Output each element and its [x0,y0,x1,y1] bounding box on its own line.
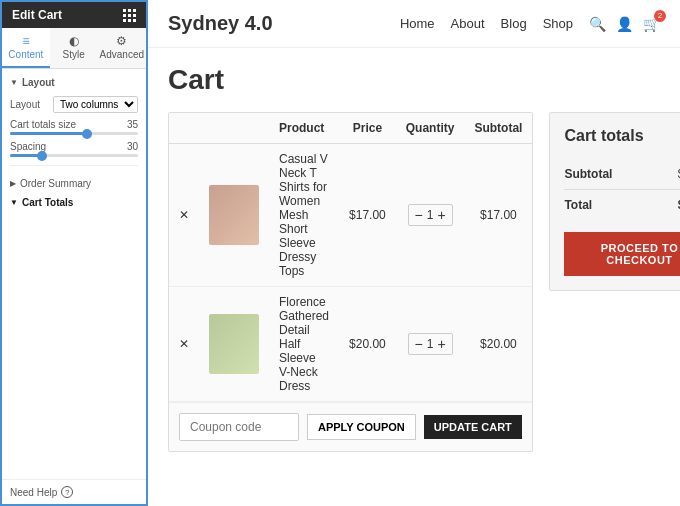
remove-button-2[interactable]: ✕ [179,337,189,351]
qty-control-2: − 1 + [408,333,453,355]
cart-totals-panel: Cart totals Subtotal $37.00 Total $37.00… [549,112,680,291]
remove-cell-2: ✕ [169,287,199,402]
qty-plus-1[interactable]: + [437,207,445,223]
qty-value-1: 1 [427,208,434,222]
qty-cell-1: − 1 + [396,144,465,287]
divider-1 [10,165,138,166]
col-subtotal: Subtotal [464,113,532,144]
page-title: Cart [168,64,660,96]
product-image-2 [209,314,259,374]
subtotal-1: $17.00 [480,208,517,222]
price-cell-1: $17.00 [339,144,396,287]
layout-select[interactable]: Two columns [53,96,138,113]
spacing-track[interactable] [10,154,138,157]
main-content: Sydney 4.0 Home About Blog Shop 🔍 👤 🛒 2 … [148,0,680,506]
qty-plus-2[interactable]: + [437,336,445,352]
product-name-cell-1: Casual V Neck T Shirts for Women Mesh Sh… [269,144,339,287]
cart-totals-size-label: Cart totals size [10,119,76,130]
table-row: ✕ Florence Gathered Detail Half Sleeve V… [169,287,532,402]
page-content: Cart Product Price Quantity Subtotal [148,48,680,468]
update-cart-button[interactable]: UPDATE CART [424,415,522,439]
cart-totals-item[interactable]: ▼ Cart Totals [10,193,138,212]
help-circle-icon[interactable]: ? [61,486,73,498]
col-quantity: Quantity [396,113,465,144]
price-cell-2: $20.00 [339,287,396,402]
cart-totals-title: Cart totals [564,127,680,145]
grid-icon[interactable] [123,9,136,22]
nav-icons: 🔍 👤 🛒 2 [589,16,660,32]
spacing-slider-row: Spacing 30 [10,141,138,157]
apply-coupon-button[interactable]: APPLY COUPON [307,414,416,440]
subtotal-cell-2: $20.00 [464,287,532,402]
cart-totals-size-thumb[interactable] [82,129,92,139]
remove-cell-1: ✕ [169,144,199,287]
img-cell-1 [199,144,269,287]
subtotal-label: Subtotal [564,167,612,181]
col-product: Product [269,113,339,144]
tab-advanced[interactable]: ⚙ Advanced [98,28,146,68]
qty-value-2: 1 [427,337,434,351]
order-summary-item[interactable]: ▶ Order Summary [10,174,138,193]
total-label: Total [564,198,592,212]
cart-totals-size-value: 35 [127,119,138,130]
layout-field-row: Layout Two columns [10,96,138,113]
nav-blog[interactable]: Blog [501,16,527,31]
cart-totals-bullet-icon: ▼ [10,198,18,207]
col-remove [169,113,199,144]
cart-icon[interactable]: 🛒 2 [643,16,660,32]
site-nav: Home About Blog Shop 🔍 👤 🛒 2 [400,16,660,32]
checkout-button[interactable]: PROCEED TO CHECKOUT [564,232,680,276]
product-name-1[interactable]: Casual V Neck T Shirts for Women Mesh Sh… [279,152,328,278]
total-row: Total $37.00 [564,190,680,220]
user-icon[interactable]: 👤 [616,16,633,32]
cart-actions: APPLY COUPON UPDATE CART [169,402,532,451]
cart-totals-size-track[interactable] [10,132,138,135]
spacing-value: 30 [127,141,138,152]
site-title: Sydney 4.0 [168,12,273,35]
need-help-section[interactable]: Need Help ? [2,479,146,504]
panel-title: Edit Cart [12,8,62,22]
spacing-thumb[interactable] [37,151,47,161]
edit-cart-panel: Edit Cart ≡ Content ◐ Style ⚙ Advanced ▼… [0,0,148,506]
layout-field-label: Layout [10,99,40,110]
cart-table-wrapper: Product Price Quantity Subtotal ✕ [168,112,533,452]
col-img [199,113,269,144]
panel-header: Edit Cart [2,2,146,28]
product-name-2[interactable]: Florence Gathered Detail Half Sleeve V-N… [279,295,329,393]
coupon-input[interactable] [179,413,299,441]
price-1: $17.00 [349,208,386,222]
col-price: Price [339,113,396,144]
tab-content[interactable]: ≡ Content [2,28,50,68]
panel-tabs: ≡ Content ◐ Style ⚙ Advanced [2,28,146,69]
search-icon[interactable]: 🔍 [589,16,606,32]
img-cell-2 [199,287,269,402]
qty-cell-2: − 1 + [396,287,465,402]
nav-about[interactable]: About [451,16,485,31]
cart-badge: 2 [654,10,666,22]
qty-minus-1[interactable]: − [415,207,423,223]
product-image-1 [209,185,259,245]
layout-section-header[interactable]: ▼ Layout [10,77,138,88]
product-name-cell-2: Florence Gathered Detail Half Sleeve V-N… [269,287,339,402]
price-2: $20.00 [349,337,386,351]
cart-container: Product Price Quantity Subtotal ✕ [168,112,660,452]
tab-style[interactable]: ◐ Style [50,28,98,68]
panel-body: ▼ Layout Layout Two columns Cart totals … [2,69,146,479]
subtotal-cell-1: $17.00 [464,144,532,287]
qty-control-1: − 1 + [408,204,453,226]
nav-shop[interactable]: Shop [543,16,573,31]
site-header: Sydney 4.0 Home About Blog Shop 🔍 👤 🛒 2 [148,0,680,48]
subtotal-2: $20.00 [480,337,517,351]
layout-arrow-icon: ▼ [10,78,18,87]
cart-totals-size-slider-row: Cart totals size 35 [10,119,138,135]
qty-minus-2[interactable]: − [415,336,423,352]
table-row: ✕ Casual V Neck T Shirts for Women Mesh … [169,144,532,287]
order-summary-bullet-icon: ▶ [10,179,16,188]
cart-table-header-row: Product Price Quantity Subtotal [169,113,532,144]
nav-home[interactable]: Home [400,16,435,31]
cart-table: Product Price Quantity Subtotal ✕ [169,113,532,402]
advanced-icon: ⚙ [100,34,144,48]
cart-totals-size-fill [10,132,87,135]
style-icon: ◐ [52,34,96,48]
remove-button-1[interactable]: ✕ [179,208,189,222]
